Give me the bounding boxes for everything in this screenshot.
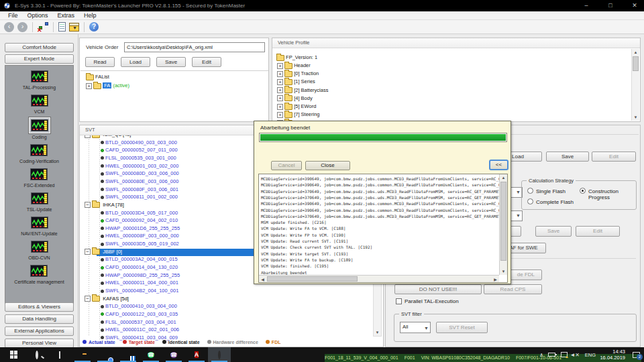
- do-not-use-button[interactable]: DO NOT USE!!!: [394, 284, 482, 294]
- sidebar-button-data-handling[interactable]: Data Handling: [5, 314, 74, 324]
- radio-single-flash[interactable]: [527, 188, 533, 194]
- expand-plus-icon[interactable]: +: [277, 112, 283, 118]
- menu-item-file[interactable]: File: [4, 12, 22, 19]
- sidebar-mode-certificate-management[interactable]: Certificate management: [14, 263, 64, 284]
- tal-edit-button[interactable]: Edit: [576, 226, 620, 237]
- vp-tree-item[interactable]: + [5] EWord: [277, 103, 316, 110]
- vehicle-profile-scrollbar[interactable]: ▲ ▼: [631, 49, 639, 121]
- svt-entry[interactable]: BTLD_00000410_003_004_000: [80, 303, 374, 310]
- sidebar-mode-obd-cvn[interactable]: OBD-CVN: [28, 239, 50, 260]
- sidebar-mode-nav-ent-update[interactable]: NAV/ENT-Update: [21, 215, 57, 236]
- volume-muted-icon[interactable]: ◄✕: [570, 347, 580, 362]
- vp-tree-item[interactable]: + [7] Steering: [277, 111, 320, 118]
- sidebar-mode-tal-processing[interactable]: TAL-Processing: [23, 69, 56, 90]
- menu-item-extras[interactable]: Extras: [54, 12, 79, 19]
- radio-construction-progress[interactable]: [580, 188, 586, 194]
- battery-icon[interactable]: [548, 347, 555, 362]
- taskbar-app-viber[interactable]: ☎: [162, 347, 185, 362]
- vp-tree-item[interactable]: + [0] Traction: [277, 70, 319, 77]
- taskbar-app-task-view[interactable]: [48, 347, 71, 362]
- vehicle-order-save-button[interactable]: Save: [156, 57, 186, 67]
- fa-tree-item-fa[interactable]: + FA (active): [86, 82, 129, 89]
- tal-file-save-button[interactable]: Save: [546, 152, 589, 162]
- taskbar-app-chrome[interactable]: [94, 347, 117, 362]
- svt-entry[interactable]: SWFL_000004B2_004_100_001: [80, 288, 374, 295]
- connection-error-icon[interactable]: ✕: [38, 22, 48, 32]
- svt-filter-combo[interactable]: All▼: [400, 322, 431, 333]
- sidebar-mode-coding[interactable]: Coding: [29, 117, 50, 139]
- svt-entry[interactable]: HWEL_0000011C_002_001_006: [80, 326, 374, 334]
- vehicle-order-path-input[interactable]: C:\Users\kkostya\Desktop\FA_orig.xml: [124, 42, 265, 52]
- expert-mode-button[interactable]: Expert Mode: [5, 54, 74, 64]
- tal-file-edit-button[interactable]: Edit: [592, 152, 636, 162]
- parallel-tal-checkbox[interactable]: [396, 298, 402, 304]
- taskbar-app-whatsapp[interactable]: ☎: [140, 347, 162, 362]
- sidebar-button-personal-view[interactable]: Personal View: [5, 339, 74, 348]
- vehicle-order-edit-button[interactable]: Edit: [192, 57, 221, 67]
- scroll-up-icon[interactable]: ▲: [500, 174, 507, 181]
- taskbar-app-acrobat-reader[interactable]: A: [185, 347, 208, 362]
- help-icon[interactable]: ?: [89, 22, 99, 32]
- menu-item-options[interactable]: Options: [23, 12, 52, 19]
- clock[interactable]: 14:43 16.04.2019: [585, 349, 625, 361]
- nav-forward-icon[interactable]: ›: [17, 22, 28, 32]
- close-button[interactable]: ✕: [627, 1, 643, 10]
- expand-plus-icon[interactable]: +: [277, 71, 283, 77]
- expand-minus-icon[interactable]: −: [85, 202, 91, 208]
- menu-item-help[interactable]: Help: [80, 12, 101, 19]
- expand-plus-icon[interactable]: +: [277, 95, 283, 101]
- svt-reset-button[interactable]: SVT Reset: [436, 322, 488, 333]
- scroll-left-icon[interactable]: ◀: [259, 276, 266, 283]
- sidebar-mode-vcm[interactable]: VCM: [30, 93, 50, 114]
- vp-tree-item[interactable]: + [2] Batteryclass: [277, 87, 328, 94]
- close-button[interactable]: Close: [305, 161, 350, 170]
- expand-minus-icon[interactable]: −: [85, 296, 91, 302]
- scroll-down-icon[interactable]: ▼: [632, 114, 639, 121]
- scroll-right-icon[interactable]: ▶: [492, 276, 499, 283]
- expand-plus-icon[interactable]: +: [277, 87, 283, 93]
- expand-plus-icon[interactable]: +: [86, 83, 92, 89]
- tal-save-button[interactable]: Save: [535, 226, 572, 237]
- sidebar-button-external-applications[interactable]: External Applications: [5, 326, 74, 336]
- svt-group-kafas[interactable]: − KAFAS [5d]: [80, 296, 374, 303]
- document-viewer-icon[interactable]: [58, 22, 66, 32]
- minimize-button[interactable]: –: [578, 1, 594, 10]
- sidebar-mode-tsl-update[interactable]: TSL-Update: [27, 191, 52, 212]
- fa-tree-root[interactable]: FAList: [86, 74, 109, 80]
- taskbar-app-media-player[interactable]: [117, 347, 140, 362]
- expand-plus-icon[interactable]: +: [277, 104, 283, 110]
- taskbar-app-search[interactable]: [25, 347, 48, 362]
- radio-complete-flash[interactable]: [527, 198, 533, 204]
- scroll-up-icon[interactable]: ▲: [632, 49, 639, 56]
- cancel-button[interactable]: Cancel: [271, 161, 302, 170]
- expand-minus-icon[interactable]: −: [85, 135, 91, 138]
- nav-back-icon[interactable]: ‹: [4, 22, 14, 32]
- vehicle-order-read-button[interactable]: Read: [85, 57, 115, 67]
- sidebar-mode-fsc-extended[interactable]: FSC-Extended: [24, 167, 55, 188]
- network-icon[interactable]: [561, 347, 568, 362]
- vp-tree-item[interactable]: + Header: [277, 62, 311, 69]
- scroll-down-icon[interactable]: ▼: [500, 268, 507, 275]
- scroll-down-icon[interactable]: ▼: [374, 329, 381, 336]
- taskbar-app-start[interactable]: [3, 347, 25, 362]
- comfort-mode-button[interactable]: Comfort Mode: [5, 43, 74, 52]
- read-cps-button[interactable]: Read CPS: [484, 284, 542, 294]
- maximize-button[interactable]: □: [602, 1, 619, 10]
- taskbar-app-file-explorer[interactable]: [71, 347, 94, 362]
- expand-plus-icon[interactable]: +: [277, 79, 283, 85]
- notification-center-icon[interactable]: 2: [633, 347, 640, 362]
- sidebar-mode-coding-verification[interactable]: Coding-Verification: [19, 143, 59, 164]
- vp-tree-item[interactable]: + [4] Body: [277, 95, 313, 102]
- expand-plus-icon[interactable]: +: [277, 63, 283, 69]
- expand-minus-icon[interactable]: −: [85, 249, 91, 255]
- launcher-update-icon[interactable]: [69, 23, 79, 32]
- vp-tree-root[interactable]: FP_Version: 1: [276, 54, 317, 61]
- collapse-log-button[interactable]: <<: [489, 160, 508, 170]
- svt-entry[interactable]: CAFD_00000122_003_003_035: [80, 311, 374, 318]
- taskbar-app-esys-bmw[interactable]: [208, 347, 231, 362]
- sidebar-button-editors-viewers[interactable]: Editors & Viewers: [5, 302, 74, 312]
- svt-entry[interactable]: FLSL_00000537_003_004_001: [80, 319, 374, 326]
- tray-chevron-icon[interactable]: ∧: [539, 347, 543, 362]
- vp-tree-item[interactable]: + [1] Series: [277, 78, 315, 85]
- log-horizontal-scrollbar[interactable]: ◀ ▶: [259, 275, 499, 282]
